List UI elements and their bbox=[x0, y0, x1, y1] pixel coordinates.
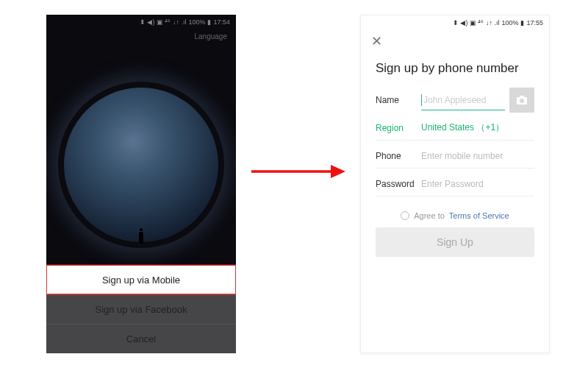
region-row[interactable]: Region United States （+1） bbox=[376, 116, 534, 141]
region-label: Region bbox=[376, 123, 421, 133]
person-silhouette bbox=[139, 232, 143, 244]
signup-form: Name John Appleseed Region United States… bbox=[361, 88, 549, 197]
password-label: Password bbox=[376, 179, 421, 189]
terms-of-service-link[interactable]: Terms of Service bbox=[449, 211, 509, 220]
svg-rect-3 bbox=[520, 96, 524, 98]
password-field[interactable]: Enter Password bbox=[421, 179, 534, 189]
status-icons: ⬍ ◀) ▣ ⁴⁶ ↓↑ .ıl bbox=[453, 19, 500, 26]
signup-facebook-button[interactable]: Sign up via Facebook bbox=[46, 294, 236, 324]
signup-mobile-button[interactable]: Sign up via Mobile bbox=[46, 265, 236, 294]
terms-agreement-row: Agree to Terms of Service bbox=[361, 211, 549, 220]
cancel-button[interactable]: Cancel bbox=[46, 324, 236, 353]
status-bar: ⬍ ◀) ▣ ⁴⁶ ↓↑ .ıl 100% ▮ 17:55 bbox=[361, 15, 549, 30]
name-field[interactable]: John Appleseed bbox=[421, 90, 505, 110]
agree-checkbox[interactable] bbox=[401, 211, 409, 220]
phone-screenshot-left: ⬍ ◀) ▣ ⁴⁶ ↓↑ .ıl 100% ▮ 17:54 Language S… bbox=[46, 15, 236, 353]
name-row: Name John Appleseed bbox=[376, 88, 534, 113]
signup-button[interactable]: Sign Up bbox=[376, 227, 534, 257]
agree-prefix: Agree to bbox=[414, 211, 445, 220]
status-battery: 100% bbox=[188, 18, 205, 26]
language-selector[interactable]: Language bbox=[46, 29, 236, 43]
battery-icon: ▮ bbox=[207, 18, 211, 26]
page-title: Sign up by phone number bbox=[361, 48, 549, 88]
phone-label: Phone bbox=[376, 151, 421, 161]
battery-icon: ▮ bbox=[520, 19, 524, 26]
phone-screenshot-right: ⬍ ◀) ▣ ⁴⁶ ↓↑ .ıl 100% ▮ 17:55 ✕ Sign up … bbox=[360, 15, 550, 353]
svg-point-4 bbox=[520, 99, 524, 103]
camera-avatar-button[interactable] bbox=[509, 88, 534, 113]
phone-row: Phone Enter mobile number bbox=[376, 144, 534, 169]
camera-icon bbox=[516, 95, 528, 105]
password-row: Password Enter Password bbox=[376, 171, 534, 197]
phone-field[interactable]: Enter mobile number bbox=[421, 151, 534, 161]
svg-marker-1 bbox=[331, 165, 345, 178]
status-bar: ⬍ ◀) ▣ ⁴⁶ ↓↑ .ıl 100% ▮ 17:54 bbox=[46, 15, 236, 29]
status-icons: ⬍ ◀) ▣ ⁴⁶ ↓↑ .ıl bbox=[140, 18, 187, 26]
earth-graphic bbox=[64, 88, 218, 242]
arrow-icon bbox=[250, 160, 345, 183]
text-cursor bbox=[421, 94, 422, 106]
background-image bbox=[46, 43, 236, 272]
region-value: United States （+1） bbox=[421, 121, 534, 134]
close-icon[interactable]: ✕ bbox=[361, 30, 549, 48]
status-time: 17:54 bbox=[213, 18, 230, 26]
action-sheet: Sign up via Mobile Sign up via Facebook … bbox=[46, 265, 236, 353]
status-battery: 100% bbox=[501, 19, 518, 26]
name-label: Name bbox=[376, 95, 421, 105]
status-time: 17:55 bbox=[526, 19, 543, 26]
name-placeholder: John Appleseed bbox=[423, 95, 486, 105]
